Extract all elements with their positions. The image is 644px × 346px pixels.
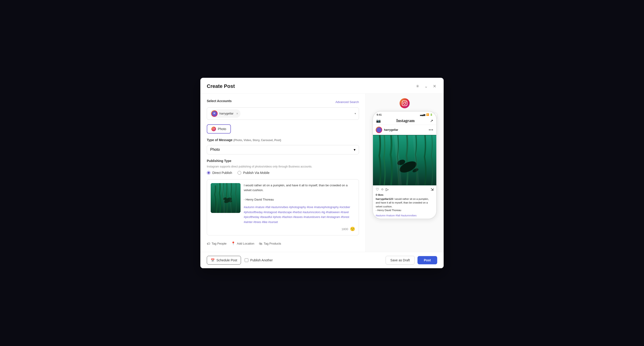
- publish-another-checkbox-label[interactable]: Publish Another: [245, 258, 273, 262]
- photo-type-button[interactable]: Photo: [207, 124, 231, 134]
- type-of-message-dropdown[interactable]: Photo ▾: [207, 145, 359, 154]
- publish-via-mobile-radio[interactable]: [238, 171, 241, 174]
- add-location-action[interactable]: 📍 Add Location: [231, 241, 254, 246]
- emoji-button[interactable]: 🙂: [350, 226, 355, 232]
- instagram-platform-icon: [400, 98, 410, 108]
- svg-point-2: [214, 128, 214, 128]
- instagram-app-bar: 📷 Instagram ↗: [373, 117, 436, 125]
- ig-likes-count: 0 likes: [373, 194, 436, 197]
- svg-point-9: [404, 102, 406, 104]
- modal-footer: 📅 Schedule Post Publish Another Save as …: [200, 252, 444, 268]
- ig-post-image: [373, 135, 436, 186]
- footer-left: 📅 Schedule Post Publish Another: [207, 256, 273, 264]
- post-image-thumbnail: [211, 183, 240, 213]
- char-count-row: 1800 🙂: [244, 226, 355, 232]
- account-tag: H harrygellar ×: [210, 110, 240, 118]
- svg-point-10: [406, 102, 406, 102]
- photo-type-section: Photo: [207, 124, 359, 138]
- tag-people-action[interactable]: 🏷 Tag People: [207, 241, 226, 246]
- publishing-desc: Instagram supports direct publishing of …: [207, 165, 359, 168]
- publish-via-mobile-label: Publish Via Mobile: [243, 171, 270, 174]
- tag-people-icon: 🏷: [207, 242, 210, 246]
- type-of-message-section: Type of Message (Photo, Video, Story, Ca…: [207, 138, 359, 142]
- select-accounts-row: Select Accounts Advanced Search: [207, 99, 359, 105]
- ig-bookmark-icon[interactable]: ⇲: [430, 187, 434, 192]
- publish-via-mobile-radio-label[interactable]: Publish Via Mobile: [238, 171, 270, 174]
- modal-overlay: Create Post ✳ ⌄ ✕ Select Accounts Advanc…: [0, 0, 644, 346]
- avatar-inner: H: [212, 111, 217, 116]
- remove-account-icon[interactable]: ×: [236, 112, 238, 116]
- ig-share-icon[interactable]: ▷: [386, 187, 388, 192]
- ig-username: harrygellar: [384, 128, 398, 132]
- close-icon-button[interactable]: ✕: [432, 83, 437, 90]
- type-message-hint: (Photo, Video, Story, Carousel, Post): [234, 138, 281, 142]
- header-actions: ✳ ⌄ ✕: [415, 83, 437, 90]
- modal-header: Create Post ✳ ⌄ ✕: [200, 78, 444, 94]
- post-button[interactable]: Post: [418, 256, 437, 264]
- underwater-scene: [211, 183, 240, 213]
- svg-rect-8: [402, 101, 407, 106]
- type-message-label: Type of Message (Photo, Video, Story, Ca…: [207, 138, 359, 142]
- instagram-icon: [212, 127, 216, 131]
- ig-hashtags-preview: #autumn #nature #fall #autumnvibes: [373, 214, 436, 219]
- modal-body: Select Accounts Advanced Search H harryg…: [200, 94, 444, 252]
- left-panel: Select Accounts Advanced Search H harryg…: [200, 94, 366, 252]
- tag-people-label: Tag People: [212, 242, 226, 245]
- phone-preview: 9:41 ▃▄▅ 🛜 🔋 📷 Instagram ↗: [372, 111, 437, 219]
- direct-publish-label: Direct Publish: [212, 171, 232, 174]
- wifi-icon: 🛜: [426, 113, 429, 116]
- publish-another-label: Publish Another: [250, 258, 273, 262]
- add-location-label: Add Location: [237, 242, 254, 245]
- accounts-dropdown-arrow[interactable]: ▾: [354, 112, 356, 115]
- direct-publish-radio[interactable]: [207, 171, 210, 174]
- phone-time: 9:41: [376, 113, 382, 116]
- tag-products-label: Tag Products: [264, 242, 281, 245]
- ig-user-info: harrygellar: [376, 127, 398, 133]
- ig-post-header: harrygellar •••: [373, 125, 436, 135]
- svg-rect-12: [373, 135, 436, 185]
- select-accounts-label: Select Accounts: [207, 99, 232, 103]
- ig-actions-left: ♡ ○ ▷: [376, 187, 388, 192]
- content-area: I would rather sit on a pumpkin, and hav…: [207, 179, 359, 236]
- ig-heart-icon[interactable]: ♡: [376, 187, 379, 192]
- tag-products-action[interactable]: 🛍 Tag Products: [259, 241, 281, 246]
- svg-rect-0: [212, 128, 215, 130]
- ig-more-options[interactable]: •••: [429, 128, 434, 132]
- status-right-icons: ▃▄▅ 🛜 🔋: [420, 113, 432, 116]
- ig-comment-icon[interactable]: ○: [381, 187, 384, 191]
- content-text-area: I would rather sit on a pumpkin, and hav…: [244, 183, 355, 232]
- phone-status-bar: 9:41 ▃▄▅ 🛜 🔋: [373, 112, 436, 117]
- direct-publish-radio-label[interactable]: Direct Publish: [207, 171, 232, 174]
- publish-another-checkbox[interactable]: [245, 258, 248, 262]
- svg-point-1: [213, 128, 214, 130]
- tag-products-icon: 🛍: [259, 242, 262, 246]
- ig-actions-bar: ♡ ○ ▷ ⇲: [373, 186, 436, 194]
- account-name: harrygellar: [220, 112, 234, 115]
- preview-container: 📱 🖥 9:41 ▃▄▅ 🛜 🔋: [370, 111, 439, 219]
- battery-icon: 🔋: [430, 113, 432, 116]
- add-location-icon: 📍: [231, 241, 236, 246]
- pin-icon-button[interactable]: ✳: [415, 83, 420, 90]
- instagram-logo: Instagram: [396, 118, 415, 123]
- schedule-post-label: Schedule Post: [216, 258, 237, 262]
- ig-caption: harrygellar123 I would rather sit on a p…: [373, 197, 436, 214]
- type-dropdown-arrow: ▾: [354, 148, 356, 152]
- content-inner: I would rather sit on a pumpkin, and hav…: [211, 183, 355, 232]
- schedule-post-button[interactable]: 📅 Schedule Post: [207, 256, 241, 264]
- send-icon: ↗: [430, 118, 433, 123]
- create-post-modal: Create Post ✳ ⌄ ✕ Select Accounts Advanc…: [200, 78, 444, 268]
- radio-group: Direct Publish Publish Via Mobile: [207, 171, 359, 174]
- calendar-icon: 📅: [211, 258, 214, 262]
- tag-actions: 🏷 Tag People 📍 Add Location 🛍 Tag Produc…: [207, 239, 359, 246]
- signal-icon: ▃▄▅: [420, 113, 425, 116]
- right-panel: 📱 🖥 9:41 ▃▄▅ 🛜 🔋: [366, 94, 444, 252]
- footer-right: Save as Draft Post: [386, 256, 437, 264]
- minimize-icon-button[interactable]: ⌄: [424, 83, 429, 90]
- photo-type-label: Photo: [218, 127, 226, 131]
- save-draft-button[interactable]: Save as Draft: [386, 256, 415, 264]
- publishing-type-section: Publishing Type Instagram supports direc…: [207, 159, 359, 174]
- select-accounts-box[interactable]: H harrygellar × ▾: [207, 108, 359, 120]
- type-dropdown-value: Photo: [210, 148, 220, 152]
- ig-caption-author: - Henry David Thoreau: [376, 209, 401, 212]
- advanced-search-link[interactable]: Advanced Search: [335, 100, 359, 104]
